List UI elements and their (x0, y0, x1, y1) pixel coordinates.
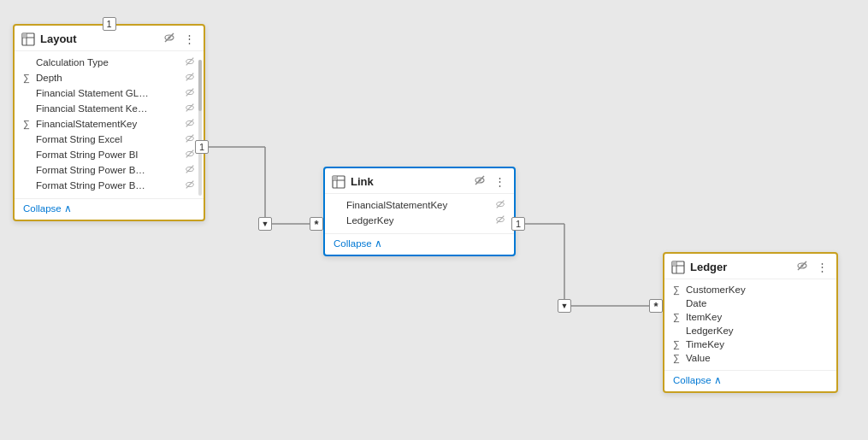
ledger-table-icon (671, 261, 685, 274)
badge-layout-1: 1 (195, 140, 209, 154)
eye-slash-icon (185, 133, 195, 145)
eye-slash-icon (185, 118, 195, 130)
layout-more-icon[interactable]: ⋮ (182, 32, 197, 46)
badge-arrow-link-ledger: ▼ (558, 299, 571, 313)
field-row: Format String Excel (15, 132, 204, 147)
field-row: Format String Power B… (15, 178, 204, 193)
layout-collapse-link[interactable]: Collapse (15, 198, 204, 220)
link-card: Link ⋮ FinancialStatementKey LedgerKey C… (323, 167, 516, 256)
field-row: ∑ Depth (15, 70, 204, 85)
eye-slash-icon (185, 179, 195, 191)
layout-card-title: Layout (40, 32, 156, 45)
badge-arrow-layout-link: ▼ (258, 217, 272, 231)
ledger-card-header: Ledger ⋮ (664, 254, 836, 279)
field-row: ∑ ItemKey (664, 310, 836, 324)
layout-visibility-icon[interactable] (162, 31, 177, 47)
field-row: ∑ TimeKey (664, 337, 836, 351)
field-row: FinancialStatementKey (325, 197, 514, 213)
badge-link-many: * (310, 217, 323, 231)
svg-rect-34 (333, 176, 337, 180)
field-row: Format String Power B… (15, 162, 204, 178)
field-row: Financial Statement Ke… (15, 101, 204, 116)
field-row: LedgerKey (664, 324, 836, 337)
eye-slash-icon (495, 199, 505, 211)
ledger-more-icon[interactable]: ⋮ (815, 260, 830, 274)
field-row: Calculation Type (15, 55, 204, 70)
ledger-collapse-link[interactable]: Collapse (664, 370, 836, 391)
field-row: Financial Statement GL… (15, 85, 204, 101)
badge-link-1: 1 (511, 217, 525, 231)
svg-point-37 (479, 179, 481, 182)
field-row: LedgerKey (325, 213, 514, 228)
link-collapse-link[interactable]: Collapse (325, 233, 514, 255)
eye-slash-icon (185, 56, 195, 68)
layout-scrollbar[interactable] (198, 60, 202, 196)
field-row: ∑ Value (664, 351, 836, 365)
layout-top-badge: 1 (103, 17, 116, 31)
link-visibility-icon[interactable] (472, 173, 487, 190)
ledger-fields: ∑ CustomerKey Date ∑ ItemKey LedgerKey ∑… (664, 279, 836, 368)
link-card-header: Link ⋮ (325, 168, 514, 194)
svg-point-48 (801, 265, 804, 267)
eye-slash-icon (185, 149, 195, 161)
ledger-card-title: Ledger (690, 261, 789, 273)
layout-fields: Calculation Type ∑ Depth Financial State… (15, 51, 204, 197)
ledger-visibility-icon[interactable] (794, 259, 810, 275)
eye-slash-icon (185, 72, 195, 84)
eye-slash-icon (185, 87, 195, 99)
link-card-title: Link (351, 175, 467, 188)
field-row: Date (664, 296, 836, 310)
field-row: ∑ FinancialStatementKey (15, 116, 204, 132)
eye-slash-icon (185, 103, 195, 114)
badge-ledger-many: * (649, 299, 663, 313)
layout-table-icon (21, 32, 35, 46)
field-row: ∑ CustomerKey (664, 283, 836, 296)
eye-slash-icon (185, 164, 195, 176)
svg-rect-45 (672, 261, 676, 266)
field-row: Format String Power BI (15, 147, 204, 162)
layout-card: 1 Layout ⋮ Calculation Type (13, 24, 205, 221)
svg-point-12 (168, 37, 171, 39)
svg-rect-9 (22, 33, 27, 38)
link-fields: FinancialStatementKey LedgerKey (325, 194, 514, 232)
link-more-icon[interactable]: ⋮ (493, 174, 507, 189)
eye-slash-icon (495, 214, 505, 226)
ledger-card: Ledger ⋮ ∑ CustomerKey Date ∑ ItemKey Le… (663, 252, 838, 393)
link-table-icon (332, 175, 345, 189)
diagram-canvas: 1 ▼ * 1 ▼ * 1 Layout ⋮ (0, 0, 868, 440)
